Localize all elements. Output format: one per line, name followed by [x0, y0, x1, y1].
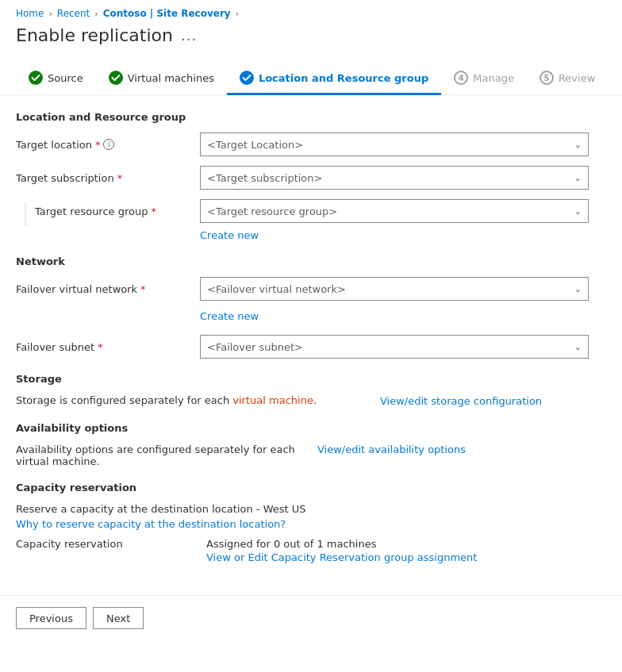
failover-vnet-row: Failover virtual network * <Failover vir…: [16, 277, 606, 301]
capacity-info: Assigned for 0 out of 1 machines View or…: [206, 538, 477, 563]
capacity-reservation-label: Capacity reservation: [16, 538, 190, 550]
wizard-steps: Source Virtual machines Location and Res…: [0, 58, 622, 95]
capacity-assigned-text: Assigned for 0 out of 1 machines: [206, 538, 376, 550]
failover-vnet-value: <Failover virtual network>: [207, 283, 346, 295]
location-section-title: Location and Resource group: [16, 111, 606, 123]
availability-row: Availability options are configured sepa…: [16, 444, 606, 467]
target-resource-group-row: Target resource group * <Target resource…: [35, 199, 606, 223]
failover-vnet-label: Failover virtual network *: [16, 283, 190, 295]
target-location-required: *: [95, 139, 101, 151]
step-source-icon: [29, 71, 43, 85]
main-content: Location and Resource group Target locat…: [0, 111, 622, 563]
view-edit-availability-link[interactable]: View/edit availability options: [317, 444, 466, 455]
breadcrumb-sep-2: ›: [94, 9, 98, 19]
target-subscription-required: *: [117, 172, 123, 184]
section-network: Network Failover virtual network * <Fail…: [16, 255, 606, 359]
view-edit-storage-link[interactable]: View/edit storage configuration: [380, 395, 542, 407]
target-subscription-row: Target subscription * <Target subscripti…: [16, 166, 606, 190]
target-location-control: <Target Location> ⌄: [200, 132, 589, 156]
step-virtual-machines[interactable]: Virtual machines: [96, 64, 227, 95]
storage-section-title: Storage: [16, 373, 606, 385]
step-vms-label: Virtual machines: [128, 72, 214, 84]
target-location-label: Target location * i: [16, 139, 190, 151]
target-resource-group-control: <Target resource group> ⌄: [200, 199, 589, 223]
target-location-info-icon[interactable]: i: [103, 139, 114, 150]
storage-description: Storage is configured separately for eac…: [16, 394, 317, 406]
section-location: Location and Resource group Target locat…: [16, 111, 606, 241]
capacity-description: Reserve a capacity at the destination lo…: [16, 503, 606, 515]
target-resource-group-label: Target resource group *: [35, 205, 190, 217]
create-new-rg-link[interactable]: Create new: [200, 229, 606, 241]
storage-row: Storage is configured separately for eac…: [16, 394, 606, 408]
target-location-value: <Target Location>: [207, 139, 303, 151]
capacity-reservation-row: Capacity reservation Assigned for 0 out …: [16, 538, 606, 563]
breadcrumb-sep-1: ›: [48, 9, 52, 19]
section-capacity: Capacity reservation Reserve a capacity …: [16, 482, 606, 563]
capacity-section-title: Capacity reservation: [16, 482, 606, 493]
target-subscription-label: Target subscription *: [16, 172, 190, 184]
next-button[interactable]: Next: [93, 607, 144, 629]
target-subscription-control: <Target subscription> ⌄: [200, 166, 589, 190]
svg-point-2: [240, 71, 254, 85]
breadcrumb-recent[interactable]: Recent: [57, 8, 90, 19]
bottom-bar: Previous Next: [0, 596, 622, 640]
target-resource-group-dropdown[interactable]: <Target resource group> ⌄: [200, 199, 589, 223]
step-manage-label: Manage: [473, 72, 514, 84]
failover-subnet-control: <Failover subnet> ⌄: [200, 335, 589, 359]
breadcrumb: Home › Recent › Contoso | Site Recovery …: [0, 0, 622, 22]
failover-subnet-chevron: ⌄: [574, 342, 582, 352]
step-review: 5 Review: [527, 64, 608, 95]
create-new-vnet-link[interactable]: Create new: [200, 310, 606, 322]
step-vms-icon: [109, 71, 123, 85]
step-manage: 4 Manage: [441, 64, 527, 95]
failover-subnet-required: *: [98, 341, 103, 353]
target-rg-required: *: [151, 205, 156, 217]
capacity-edit-link[interactable]: View or Edit Capacity Reservation group …: [206, 551, 477, 563]
breadcrumb-contoso: Contoso | Site Recovery: [103, 8, 231, 19]
step-replication-icon: [240, 71, 254, 85]
more-options-icon[interactable]: ...: [181, 27, 197, 44]
failover-subnet-row: Failover subnet * <Failover subnet> ⌄: [16, 335, 606, 359]
previous-button[interactable]: Previous: [16, 607, 86, 629]
step-review-icon: 5: [539, 71, 554, 85]
target-subscription-chevron: ⌄: [574, 173, 582, 183]
storage-desc-prefix: Storage is configured separately for eac…: [16, 394, 232, 406]
step-review-label: Review: [559, 72, 595, 84]
network-section-title: Network: [16, 255, 606, 267]
section-storage: Storage Storage is configured separately…: [16, 373, 606, 408]
svg-point-1: [109, 71, 123, 85]
storage-desc-suffix: .: [313, 394, 317, 406]
target-subscription-dropdown[interactable]: <Target subscription> ⌄: [200, 166, 589, 190]
target-location-dropdown[interactable]: <Target Location> ⌄: [200, 132, 589, 156]
step-replication-label: Location and Resource group: [259, 72, 428, 84]
step-source[interactable]: Source: [16, 64, 96, 95]
target-location-row: Target location * i <Target Location> ⌄: [16, 132, 606, 156]
svg-point-0: [29, 71, 43, 85]
failover-vnet-required: *: [140, 283, 146, 295]
target-subscription-value: <Target subscription>: [207, 172, 322, 184]
breadcrumb-home[interactable]: Home: [16, 8, 44, 19]
storage-highlight: virtual machine: [232, 394, 313, 406]
section-availability: Availability options Availability option…: [16, 422, 606, 467]
failover-subnet-dropdown[interactable]: <Failover subnet> ⌄: [200, 335, 589, 359]
failover-subnet-value: <Failover subnet>: [207, 341, 303, 353]
step-manage-icon: 4: [454, 71, 468, 85]
availability-section-title: Availability options: [16, 422, 606, 434]
step-source-label: Source: [48, 72, 83, 84]
target-rg-chevron: ⌄: [574, 206, 582, 217]
failover-vnet-chevron: ⌄: [574, 284, 582, 294]
target-resource-group-value: <Target resource group>: [207, 205, 337, 217]
failover-subnet-label: Failover subnet *: [16, 341, 190, 353]
page-header: Enable replication ...: [0, 22, 622, 58]
availability-description: Availability options are configured sepa…: [16, 444, 301, 467]
failover-vnet-dropdown[interactable]: <Failover virtual network> ⌄: [200, 277, 589, 301]
failover-vnet-control: <Failover virtual network> ⌄: [200, 277, 589, 301]
page-title: Enable replication: [16, 25, 173, 45]
breadcrumb-sep-3: ›: [236, 9, 239, 19]
step-replication-settings[interactable]: Location and Resource group: [227, 64, 441, 95]
capacity-why-link[interactable]: Why to reserve capacity at the destinati…: [16, 518, 286, 530]
target-location-chevron: ⌄: [574, 140, 582, 150]
